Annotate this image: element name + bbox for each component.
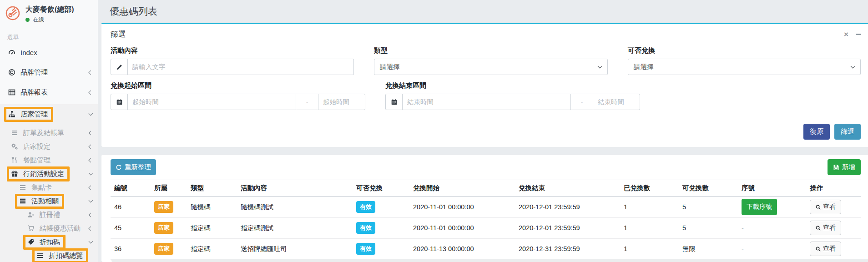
table-row: 46 店家 隨機碼 隨機碼測試 有效 2020-11-01 00:00:00 2…	[111, 196, 861, 217]
col-header-start: 兌換開始	[409, 180, 515, 197]
chevron-down-icon	[89, 111, 93, 116]
table-row: 36 店家 指定碼 送招牌總匯吐司 有效 2020-11-13 00:00:00…	[111, 238, 861, 259]
sidebar-item-brand-management[interactable]: 品牌管理	[0, 64, 98, 81]
refresh-icon	[116, 164, 122, 171]
col-header-type: 類型	[187, 180, 237, 197]
online-dot-icon	[25, 18, 30, 22]
gift-icon	[10, 170, 19, 177]
list-icon	[10, 129, 19, 136]
highlight-box: 店家管理	[4, 107, 53, 122]
list-icon	[18, 184, 27, 191]
activity-input[interactable]	[128, 59, 354, 75]
redeemable-select[interactable]: 請選擇	[628, 59, 861, 75]
status-badge: 有效	[356, 201, 375, 213]
refresh-button[interactable]: 重新整理	[111, 159, 156, 175]
sidebar-item-store-management[interactable]: 店家管理	[0, 106, 98, 122]
filter-card-header: 篩選 ×	[101, 24, 868, 44]
end-to-input[interactable]	[593, 94, 640, 110]
highlight-box: 活動相關	[15, 194, 64, 209]
tag-icon	[26, 238, 35, 246]
sidebar-item-orders[interactable]: 訂單及結帳單	[0, 126, 98, 140]
sidebar-item-marketing-settings[interactable]: 行銷活動設定	[0, 167, 98, 181]
cell-end: 2020-12-01 23:59:59	[515, 196, 620, 217]
type-select[interactable]: 請選擇	[374, 59, 608, 75]
chevron-down-icon	[598, 64, 602, 69]
start-from-input[interactable]	[128, 94, 296, 110]
sidebar-section-label: 選單	[0, 26, 98, 44]
search-icon	[815, 225, 821, 231]
sidebar-item-discount-code-overview[interactable]: 折扣碼總覽	[0, 249, 98, 262]
filter-card-body: 活動內容 類型 請選擇 可否兌換	[101, 44, 868, 147]
cell-id: 45	[111, 217, 151, 238]
chevron-left-icon	[89, 212, 93, 217]
main-content: 優惠碼列表 篩選 × 活動內容	[98, 0, 868, 262]
table-row: 45 店家 指定碼 指定碼測試 有效 2020-11-01 00:00:00 2…	[111, 217, 861, 238]
sidebar-item-signup-gift[interactable]: 註冊禮	[0, 208, 98, 222]
coupon-table: 編號 所屬 類型 活動內容 可否兌換 兌換開始 兌換結束 已兌換數 可兌換數 序…	[111, 180, 861, 260]
reset-button[interactable]: 復原	[803, 124, 830, 140]
sidebar-item-store-settings[interactable]: 店家設定	[0, 140, 98, 153]
chevron-left-icon	[89, 226, 93, 231]
col-header-redeemed: 已兌換數	[620, 180, 679, 197]
end-range-label: 兌換結束區間	[385, 81, 640, 90]
start-to-input[interactable]	[318, 94, 365, 110]
cell-end: 2020-12-01 23:59:59	[515, 217, 620, 238]
tachometer-icon	[7, 49, 16, 56]
range-separator: -	[571, 94, 593, 110]
cart-icon	[26, 225, 35, 232]
download-serial-button[interactable]: 下載序號	[742, 199, 777, 215]
cell-start: 2020-11-13 00:00:00	[409, 238, 515, 259]
highlight-box: 行銷活動設定	[7, 166, 70, 181]
horizontal-scrollbar[interactable]	[111, 259, 868, 262]
cell-redeemed: 1	[620, 196, 679, 217]
sidebar-item-activity-related[interactable]: 活動相關	[0, 194, 98, 208]
col-header-end: 兌換結束	[515, 180, 620, 197]
add-button[interactable]: 新增	[828, 159, 861, 175]
cell-serial: -	[738, 217, 806, 238]
col-header-actions: 操作	[806, 180, 861, 197]
copyright-icon	[7, 69, 16, 76]
pencil-icon	[111, 59, 128, 75]
sidebar-item-discount-code[interactable]: 折扣碼	[0, 235, 98, 249]
cell-content: 指定碼測試	[237, 217, 353, 238]
end-from-input[interactable]	[403, 94, 571, 110]
col-header-content: 活動內容	[237, 180, 353, 197]
chevron-left-icon	[89, 185, 93, 190]
view-button[interactable]: 查看	[810, 200, 841, 214]
cell-serial: -	[738, 238, 806, 259]
range-separator: -	[296, 94, 318, 110]
start-range-label: 兌換起始區間	[111, 81, 365, 90]
sidebar-item-meal-management[interactable]: 餐點管理	[0, 153, 98, 167]
cell-content: 隨機碼測試	[237, 196, 353, 217]
sidebar-item-index[interactable]: Index	[0, 44, 98, 60]
sidebar-item-checkout-promo[interactable]: 結帳優惠活動	[0, 222, 98, 235]
view-button[interactable]: 查看	[810, 221, 841, 235]
chevron-left-icon	[89, 90, 93, 95]
cell-id: 46	[111, 196, 151, 217]
expanded-menu-group: 店家管理 訂單及結帳單 店家設定	[0, 104, 98, 262]
coupon-table-card: 重新整理 新增 編號 所屬 類型 活動內容 可否兌換 兌換開始	[101, 155, 868, 262]
brand[interactable]: 大麥餐飲(總部) 在線	[0, 0, 98, 26]
sidebar-item-loyalty-card[interactable]: 集點卡	[0, 181, 98, 194]
brand-title: 大麥餐飲(總部)	[25, 5, 74, 14]
cell-id: 36	[111, 238, 151, 259]
page-title: 優惠碼列表	[110, 5, 868, 18]
filter-card: 篩選 × 活動內容 類型	[101, 23, 868, 147]
cell-limit: 5	[679, 217, 738, 238]
calendar-icon	[111, 94, 128, 110]
list-icon	[18, 197, 27, 205]
sidebar: 大麥餐飲(總部) 在線 選單 Index 品牌管理 品牌報表	[0, 0, 98, 262]
type-label: 類型	[374, 46, 608, 55]
status-badge: 有效	[356, 222, 375, 234]
apply-filter-button[interactable]: 篩選	[834, 124, 861, 140]
close-icon[interactable]: ×	[844, 30, 848, 38]
cell-start: 2020-11-01 00:00:00	[409, 196, 515, 217]
sidebar-item-brand-reports[interactable]: 品牌報表	[0, 84, 98, 101]
cell-limit: 5	[679, 196, 738, 217]
user-plus-icon	[26, 211, 35, 218]
collapse-icon[interactable]	[856, 34, 861, 35]
cell-type: 隨機碼	[187, 196, 237, 217]
cell-type: 指定碼	[187, 217, 237, 238]
view-button[interactable]: 查看	[810, 242, 841, 256]
owner-badge: 店家	[154, 222, 173, 234]
